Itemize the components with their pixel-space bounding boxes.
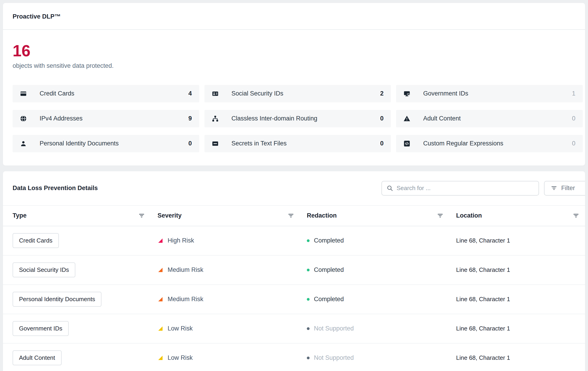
category-count: 1 — [567, 90, 575, 97]
category-count: 2 — [376, 90, 384, 97]
category-label: Personal Identity Documents — [40, 140, 119, 147]
category-tile: Credit Cards4 — [13, 85, 199, 102]
id-badge-icon — [403, 90, 410, 97]
severity-label: Medium Risk — [168, 296, 203, 303]
dlp-table-header: TypeSeverityRedactionLocation — [3, 205, 585, 226]
protected-count: 16 — [13, 42, 575, 60]
redaction-label: Completed — [314, 237, 344, 244]
category-label: Classless Inter-domain Routing — [231, 115, 317, 122]
category-label: Social Security IDs — [231, 90, 284, 97]
severity-label: Low Risk — [168, 354, 193, 361]
category-tile: Classless Inter-domain Routing0 — [204, 110, 391, 127]
redaction-cell: Not Supported — [307, 354, 456, 361]
table-row: Personal Identity DocumentsMedium RiskCo… — [3, 285, 585, 314]
category-count: 0 — [567, 140, 575, 147]
credit-card-icon — [20, 90, 27, 97]
severity-cell: Medium Risk — [158, 266, 307, 274]
type-cell: Social Security IDs — [13, 263, 158, 277]
page: Proactive DLP™ 16 objects with sensitive… — [0, 0, 588, 371]
column-label: Location — [456, 212, 482, 219]
proactive-dlp-card: Proactive DLP™ 16 objects with sensitive… — [3, 3, 585, 166]
table-row: Credit CardsHigh RiskCompletedLine 68, C… — [3, 226, 585, 255]
search-input[interactable] — [397, 185, 534, 192]
risk-triangle-icon — [158, 267, 163, 273]
type-chip: Social Security IDs — [13, 263, 75, 277]
type-cell: Adult Content — [13, 350, 158, 365]
category-tile: Social Security IDs2 — [204, 85, 391, 102]
redaction-status-dot — [307, 239, 310, 242]
column-label: Type — [13, 212, 27, 219]
category-tile: IPv4 Addresses9 — [13, 110, 199, 127]
dlp-table-body: Credit CardsHigh RiskCompletedLine 68, C… — [3, 226, 585, 371]
location-cell: Line 68, Character 1 — [456, 296, 580, 303]
location-cell: Line 68, Character 1 — [456, 266, 580, 274]
contact-card-icon — [212, 90, 219, 97]
category-count: 4 — [184, 90, 192, 97]
column-header: Severity — [158, 212, 307, 219]
column-filter-icon[interactable] — [437, 212, 443, 219]
category-count: 0 — [376, 115, 384, 122]
dlp-categories-grid: Credit Cards4Social Security IDs2Governm… — [3, 85, 585, 166]
redaction-status-dot — [307, 357, 310, 359]
risk-triangle-icon — [158, 296, 163, 302]
column-header: Redaction — [307, 212, 456, 219]
type-chip: Government IDs — [13, 321, 69, 336]
table-row: Social Security IDsMedium RiskCompletedL… — [3, 255, 585, 285]
severity-label: High Risk — [168, 237, 194, 244]
category-tile: Personal Identity Documents0 — [13, 135, 199, 152]
redaction-label: Completed — [314, 266, 344, 274]
risk-triangle-icon — [158, 326, 163, 331]
type-chip: Adult Content — [13, 350, 62, 365]
redaction-label: Not Supported — [314, 325, 354, 332]
column-filter-icon[interactable] — [138, 212, 145, 219]
category-count: 0 — [184, 140, 192, 147]
redaction-status-dot — [307, 298, 310, 301]
redaction-cell: Completed — [307, 237, 456, 244]
column-label: Redaction — [307, 212, 337, 219]
type-chip: Personal Identity Documents — [13, 292, 101, 307]
person-icon — [20, 140, 27, 147]
protected-count-caption: objects with sensitive data protected. — [13, 62, 575, 69]
location-cell: Line 68, Character 1 — [456, 237, 580, 244]
risk-triangle-icon — [158, 355, 163, 361]
category-tile: Custom Regular Expressions0 — [396, 135, 583, 152]
redaction-cell: Completed — [307, 266, 456, 274]
column-header: Type — [13, 212, 158, 219]
category-label: Government IDs — [423, 90, 468, 97]
category-count: 0 — [567, 115, 575, 122]
severity-label: Medium Risk — [168, 266, 203, 274]
type-cell: Credit Cards — [13, 233, 158, 248]
category-count: 0 — [376, 140, 384, 147]
location-cell: Line 68, Character 1 — [456, 354, 580, 361]
type-chip: Credit Cards — [13, 233, 59, 248]
details-header: Data Loss Prevention Details Filter — [3, 171, 585, 205]
category-tile: Adult Content0 — [396, 110, 583, 127]
column-header: Location — [456, 212, 580, 219]
redaction-label: Completed — [314, 296, 344, 303]
card-header: Proactive DLP™ — [3, 3, 585, 30]
column-filter-icon[interactable] — [573, 212, 579, 219]
risk-triangle-icon — [158, 238, 163, 244]
category-label: Secrets in Text Files — [231, 140, 287, 147]
category-tile: Government IDs1 — [396, 85, 583, 102]
column-label: Severity — [158, 212, 182, 219]
severity-label: Low Risk — [168, 325, 193, 332]
category-count: 9 — [184, 115, 192, 122]
column-filter-icon[interactable] — [288, 212, 294, 219]
dlp-details-card: Data Loss Prevention Details Filter Type… — [3, 171, 585, 371]
redaction-status-dot — [307, 269, 310, 271]
severity-cell: High Risk — [158, 237, 307, 244]
location-cell: Line 68, Character 1 — [456, 325, 580, 332]
card-title: Proactive DLP™ — [13, 13, 575, 20]
filter-button[interactable]: Filter — [544, 181, 585, 196]
category-label: IPv4 Addresses — [40, 115, 83, 122]
redaction-label: Not Supported — [314, 354, 354, 361]
severity-cell: Low Risk — [158, 325, 307, 332]
network-icon — [212, 115, 219, 122]
category-label: Credit Cards — [40, 90, 74, 97]
search-icon — [387, 185, 393, 191]
globe-icon — [20, 115, 27, 122]
search-box — [381, 181, 539, 196]
warning-icon — [403, 115, 410, 122]
category-label: Adult Content — [423, 115, 461, 122]
